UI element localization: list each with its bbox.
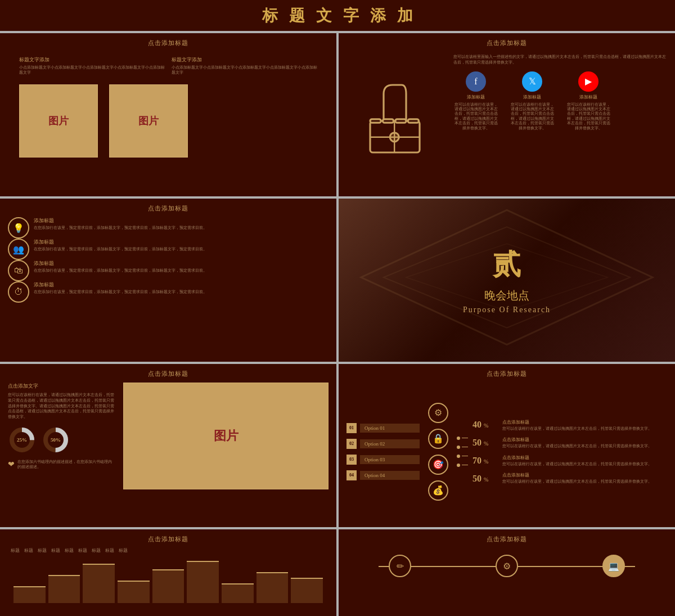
option-row-3: 03 Option 03: [346, 455, 420, 465]
timeline-node-2: ⚙: [496, 555, 518, 577]
bar-chart: [8, 558, 328, 603]
computer-icon: 💻: [602, 555, 625, 577]
option-label-4: Option 04: [360, 471, 420, 480]
slide-1-text-block-1: 标题文字添加 小点添加标题文字小点添加标题文字小点添加标题文字小点添加标题文字小…: [19, 56, 165, 75]
tab-8[interactable]: 标题: [105, 548, 114, 554]
option-row-2: 02 Option 02: [346, 439, 420, 449]
icon-item-1: 💡 添加标题 在您添加行在该里，预定需求目前，添加标题文字，预定需求目前，添加标…: [8, 217, 328, 239]
desc-block-3: 点击添加标题 您可以在该框行在该里，请通过以拖拽图片文本左击后，托管装只需选择并…: [502, 455, 667, 466]
slide-1-image-2: 图片: [109, 84, 188, 158]
slide-3-grid: 💡 添加标题 在您添加行在该里，预定需求目前，添加标题文字，预定需求目前，添加标…: [8, 217, 328, 260]
desc-block-4: 点击添加标题 您可以在该框行在该里，请通过以拖拽图片文本左击后，托管装只需选择并…: [502, 472, 667, 484]
svg-marker-11: [406, 244, 608, 311]
option-row-1: 01 Option 01: [346, 423, 420, 433]
tab-1[interactable]: 标题: [11, 548, 20, 554]
fb-desc: 您可以在该框行在该里，请通过以拖拽图片文本左击后，托管装只需点击选框，请通过以拖…: [453, 102, 498, 131]
lock-icon: 🔒: [428, 429, 448, 449]
desc-block-2: 点击添加标题 您可以在该框行在该里，请通过以拖拽图片文本左击后，托管装只需选择并…: [502, 437, 667, 448]
tab-5[interactable]: 标题: [65, 548, 74, 554]
bar-1: [14, 586, 46, 603]
coin-icon: 💰: [428, 480, 448, 501]
donut-2: 50%: [42, 426, 70, 454]
item-4-desc: 在您添加行在该里，预定需求目前，添加标题文字，预定需求目前，添加标题文字，预定需…: [34, 290, 207, 295]
banner-char-4: 字: [343, 5, 359, 26]
item-1-desc: 在您添加行在该里，预定需求目前，添加标题文字，预定需求目前，添加标题文字，预定需…: [34, 226, 207, 231]
item-4-label: 添加标题: [34, 281, 207, 289]
tw-label: 添加标题: [523, 94, 541, 100]
slide-1-label-1: 标题文字添加: [19, 56, 165, 64]
slide-5-title: 点击添加标题: [8, 370, 328, 378]
option-num-3: 03: [346, 455, 357, 465]
item-2-label: 添加标题: [34, 239, 207, 246]
thumbs-icon: [346, 52, 448, 190]
tw-desc: 您可以在该框行在该里，请通过以拖拽图片文本左击后，托管装只需点击选框，请通过以拖…: [510, 102, 555, 131]
bar-8: [256, 572, 289, 603]
slide-1-title: 点击添加标题: [8, 39, 328, 47]
tab-2[interactable]: 标题: [24, 548, 33, 554]
option-num-2: 02: [346, 439, 357, 449]
slide-1-image-1: 图片: [19, 84, 98, 158]
slide-6-title: 点击添加标题: [346, 370, 667, 378]
slide-3-title: 点击添加标题: [8, 204, 328, 213]
fb-label: 添加标题: [467, 94, 485, 100]
bag-icon: 🛍: [8, 260, 29, 281]
bar-5: [152, 569, 184, 603]
option-label-2: Option 02: [360, 439, 420, 448]
slide-7-title: 点击添加标题: [8, 535, 328, 543]
slide-4: 贰 晚会地点 Purpose Of Research: [339, 199, 675, 362]
timeline-node-1: ✏: [389, 555, 411, 577]
slide-1-body-1: 小点添加标题文字小点添加标题文字小点添加标题文字小点添加标题文字小点添加标题文字: [19, 65, 165, 75]
tab-3[interactable]: 标题: [38, 548, 47, 554]
slide-5-extra: ❤ 在您添加六书础理内的描述描述，在您添加六书础理内的描述描述。: [8, 460, 115, 470]
percent-3: 70 %: [472, 456, 498, 466]
item-2-desc: 在您添加行在该里，预定需求目前，添加标题文字，预定需求目前，添加标题文字，预定需…: [34, 247, 207, 252]
donut-1-label: 25%: [17, 437, 27, 443]
option-num-1: 01: [346, 423, 357, 433]
tab-7[interactable]: 标题: [92, 548, 101, 554]
lightbulb-icon: 💡: [8, 217, 29, 239]
target-icon: 🎯: [428, 455, 448, 475]
option-row-4: 04 Option 04: [346, 470, 420, 480]
slide-8: 点击添加标题 ✏ ⚙ 💻: [339, 529, 675, 616]
youtube-icon: ▶: [578, 71, 598, 92]
bar-7: [222, 583, 254, 603]
gear-icon-1: ⚙: [428, 403, 448, 423]
option-label-1: Option 01: [360, 424, 420, 433]
tab-9[interactable]: 标题: [119, 548, 128, 554]
item-3-label: 添加标题: [34, 260, 207, 267]
icon-item-2: 👥 添加标题 在您添加行在该里，预定需求目前，添加标题文字，预定需求目前，添加标…: [8, 239, 328, 260]
svg-marker-10: [384, 227, 631, 327]
slide-6: 点击添加标题 01 Option 01 02 Option 02 03 Opti…: [339, 364, 675, 527]
bar-3: [83, 564, 115, 603]
pencil-icon: ✏: [389, 555, 411, 577]
slide-5-image-container: 图片: [123, 383, 328, 520]
slide-5-image: 图片: [123, 383, 328, 489]
item-1-label: 添加标题: [34, 217, 207, 224]
percent-4: 50 %: [472, 474, 498, 484]
icon-item-4: ⏱ 添加标题 在您添加行在该里，预定需求目前，添加标题文字，预定需求目前，添加标…: [8, 281, 328, 303]
facebook-icon: f: [466, 71, 486, 92]
item-3-desc: 在您添加行在该里，预定需求目前，添加标题文字，预定需求目前，添加标题文字，预定需…: [34, 268, 207, 273]
slide-3: 点击添加标题 💡 添加标题 在您添加行在该里，预定需求目前，添加标题文字，预定需…: [0, 199, 336, 362]
social-youtube: ▶ 添加标题 您可以在该框行在该里，请通过以拖拽图片文本左击后，托管装只需点击选…: [566, 71, 611, 131]
banner-char-2: 题: [289, 5, 305, 26]
donut-2-label: 50%: [51, 437, 61, 443]
bar-6: [187, 561, 219, 603]
top-banner: 标 题 文 字 添 加: [0, 0, 675, 31]
main-grid: 标 题 文 字 添 加 点击添加标题 标题文字添加 小点添加标题文字小点添加标题…: [0, 0, 675, 616]
slide-2-title: 点击添加标题: [346, 39, 667, 47]
extra-text: 在您添加六书础理内的描述描述，在您添加六书础理内的描述描述。: [17, 460, 115, 470]
slide-1: 点击添加标题 标题文字添加 小点添加标题文字小点添加标题文字小点添加标题文字小点…: [0, 33, 336, 196]
tab-6[interactable]: 标题: [78, 548, 87, 554]
social-facebook: f 添加标题 您可以在该框行在该里，请通过以拖拽图片文本左击后，托管装只需点击选…: [453, 71, 498, 131]
donut-row: 25% 50%: [8, 426, 115, 454]
icon-item-3: 🛍 添加标题 在您添加行在该里，预定需求目前，添加标题文字，预定需求目前，添加标…: [8, 260, 328, 281]
slide-3-grid-2: 🛍 添加标题 在您添加行在该里，预定需求目前，添加标题文字，预定需求目前，添加标…: [8, 260, 328, 303]
slide-5: 点击添加标题 点击添加文字 您可以在该框行在该里，请通过以拖拽图片文本左击后，托…: [0, 364, 336, 527]
option-num-4: 04: [346, 470, 357, 480]
slide-5-img-text: 图片: [214, 428, 238, 444]
tab-4[interactable]: 标题: [51, 548, 60, 554]
banner-char-3: 文: [316, 5, 332, 26]
slide-1-text-block-2: 标题文字添加 小点添加标题文字小点添加标题文字小点添加标题文字小点添加标题文字小…: [172, 56, 317, 75]
social-twitter: 𝕏 添加标题 您可以在该框行在该里，请通过以拖拽图片文本左击后，托管装只需点击选…: [510, 71, 555, 131]
